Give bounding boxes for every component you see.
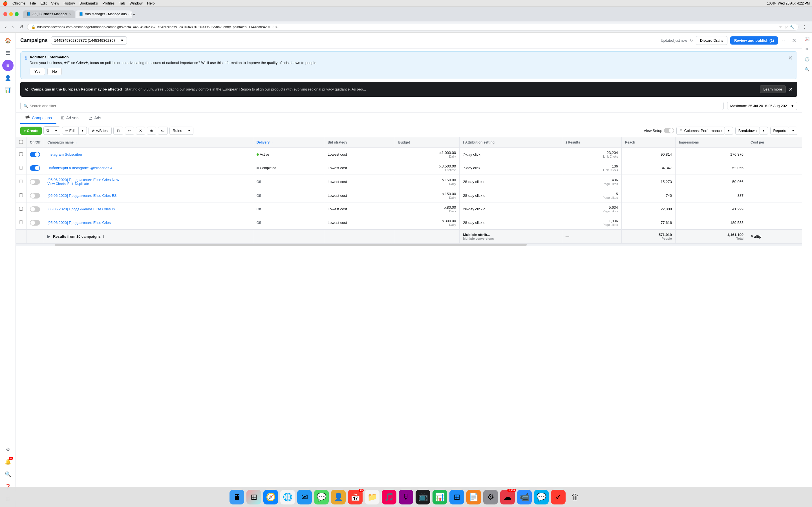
columns-button[interactable]: ⊞ Columns: Performance — [676, 127, 725, 135]
row-checkbox[interactable] — [19, 152, 23, 156]
duplicate-button[interactable]: ⊕ — [147, 127, 156, 135]
row-toggle[interactable] — [30, 152, 40, 157]
info-no-button[interactable]: No — [47, 68, 62, 75]
horizontal-scrollbar[interactable] — [16, 243, 802, 245]
menubar-view[interactable]: View — [51, 1, 59, 5]
search-input[interactable] — [30, 104, 721, 108]
inline-action[interactable]: Duplicate — [75, 182, 89, 186]
tab-campaigns[interactable]: 🏴 Campaigns — [20, 113, 56, 124]
reports-button[interactable]: Reports — [770, 127, 790, 135]
expand-icon[interactable]: ▶ — [47, 234, 50, 238]
sidebar-icon-avatar[interactable]: E — [2, 60, 13, 71]
row-toggle[interactable] — [30, 179, 40, 185]
row-toggle[interactable] — [30, 220, 40, 226]
close-window-button[interactable] — [3, 12, 7, 16]
row-toggle[interactable] — [30, 193, 40, 199]
address-bar[interactable]: 🔒 business.facebook.com/adsmanager/manag… — [27, 24, 799, 31]
dock-backblaze[interactable]: ☁ 2,474 — [500, 490, 515, 504]
sidebar-icon-search[interactable]: 🔍 — [2, 469, 13, 480]
browser-tab-1[interactable]: 📘 (99) Business Manager ✕ — [23, 10, 75, 18]
campaign-link[interactable]: Instagram Subscriber — [47, 152, 82, 157]
dock-syspreferences[interactable]: ⚙ — [483, 490, 498, 504]
right-sidebar-clock-icon[interactable]: 🕐 — [803, 55, 811, 63]
minimize-window-button[interactable] — [9, 12, 13, 16]
tab-adsets[interactable]: ⊞ Ad sets — [56, 113, 84, 124]
dock-launchpad[interactable]: ⊞ — [246, 490, 261, 504]
browser-tab-2[interactable]: 📘 Ads Manager - Manage ads - C ✕ — [75, 10, 132, 18]
menubar-edit[interactable]: Edit — [40, 1, 47, 5]
tag-button[interactable]: 🏷 — [158, 127, 168, 135]
row-toggle[interactable] — [30, 165, 40, 171]
sidebar-icon-bell[interactable]: 🔔 99 — [2, 456, 13, 467]
edit-dropdown-button[interactable]: ▼ — [79, 127, 87, 135]
sidebar-icon-people[interactable]: 👤 — [2, 72, 13, 83]
dock-zoom[interactable]: 📹 — [517, 490, 532, 504]
search-input-wrap[interactable]: 🔍 — [20, 102, 724, 110]
dock-finder[interactable]: 🖥 — [230, 490, 244, 504]
maximize-window-button[interactable] — [15, 12, 19, 16]
info-yes-button[interactable]: Yes — [30, 68, 45, 75]
scrollbar-thumb[interactable] — [55, 244, 527, 246]
reload-button[interactable]: ↺ — [18, 23, 25, 31]
columns-dropdown-button[interactable]: ▼ — [725, 127, 733, 135]
right-sidebar-search-icon[interactable]: 🔍 — [803, 65, 811, 73]
campaign-link[interactable]: [05.06.2020] Продвижение Elise Cries In — [47, 207, 115, 211]
menubar-file[interactable]: File — [30, 1, 36, 5]
select-all-header[interactable] — [16, 137, 26, 148]
menubar-window[interactable]: Window — [129, 1, 142, 5]
dock-safari[interactable]: 🧭 — [263, 490, 278, 504]
forward-button[interactable]: › — [10, 23, 15, 31]
extension-icon[interactable]: 🖊 — [785, 25, 788, 29]
dock-files[interactable]: 📁 — [365, 490, 380, 504]
rules-button[interactable]: Rules — [169, 127, 185, 135]
dock-messages[interactable]: 💬 — [314, 490, 329, 504]
dock-skype[interactable]: 💬 — [534, 490, 549, 504]
reports-dropdown-button[interactable]: ▼ — [789, 127, 797, 135]
row-checkbox[interactable] — [19, 166, 23, 169]
view-setup-toggle[interactable] — [664, 128, 674, 133]
dock-chrome[interactable]: 🌐 — [280, 490, 295, 504]
more-options-button[interactable]: ⋯ — [781, 36, 788, 45]
refresh-button[interactable]: ↻ — [690, 38, 693, 43]
inline-action[interactable]: View Charts — [47, 182, 65, 186]
browser-menu-button[interactable]: ⋮ — [801, 23, 809, 31]
menubar-chrome[interactable]: Chrome — [12, 1, 25, 5]
dock-mail[interactable]: ✉ — [297, 490, 312, 504]
info-banner-close[interactable]: ✕ — [788, 55, 793, 61]
dock-music[interactable]: 🎵 — [382, 490, 396, 504]
right-sidebar-pen-icon[interactable]: ✏ — [803, 45, 811, 53]
right-sidebar-chart-icon[interactable]: 📈 — [803, 35, 811, 43]
menubar-history[interactable]: History — [64, 1, 75, 5]
menubar-help[interactable]: Help — [147, 1, 155, 5]
inline-action[interactable]: Edit — [67, 182, 73, 186]
campaign-link[interactable]: [05.06.2020] Продвижение Elise Cries ES — [47, 193, 116, 198]
apple-menu[interactable]: 🍎 — [2, 1, 8, 6]
select-all-checkbox[interactable] — [19, 140, 23, 144]
date-filter[interactable]: Maximum: 25 Jul 2018-25 Aug 2021 ▼ — [727, 102, 797, 110]
new-tab-button[interactable]: + — [132, 12, 136, 18]
dock-calendar[interactable]: 📅 25 — [348, 490, 362, 504]
dock-appletv[interactable]: 📺 — [416, 490, 430, 504]
copy-button[interactable]: ⧉ — [44, 126, 52, 135]
row-toggle[interactable] — [30, 207, 40, 212]
dock-pages[interactable]: 📄 — [466, 490, 481, 504]
breakdown-dropdown-button[interactable]: ▼ — [760, 127, 768, 135]
dock-appstore[interactable]: ⊞ — [450, 490, 464, 504]
menubar-tab[interactable]: Tab — [119, 1, 125, 5]
tab1-close[interactable]: ✕ — [69, 12, 72, 16]
dock-todo[interactable]: ✓ — [551, 490, 566, 504]
learn-more-button[interactable]: Learn more — [760, 85, 786, 93]
dock-trash[interactable]: 🗑 — [568, 490, 582, 504]
campaign-link[interactable]: [05.06.2020] Продвижение Elise Cries — [47, 221, 111, 225]
row-checkbox[interactable] — [19, 221, 23, 224]
breakdown-button[interactable]: Breakdown — [735, 127, 760, 135]
menubar-profiles[interactable]: Profiles — [102, 1, 114, 5]
dock-numbers[interactable]: 📊 — [432, 490, 447, 504]
row-checkbox[interactable] — [19, 207, 23, 211]
back-button[interactable]: ‹ — [3, 23, 8, 31]
sidebar-icon-menu[interactable]: ☰ — [2, 47, 13, 59]
discard-drafts-button[interactable]: Discard Drafts — [696, 36, 728, 45]
row-checkbox[interactable] — [19, 180, 23, 183]
delete-button[interactable]: 🗑 — [113, 127, 123, 135]
dock-contacts[interactable]: 👤 — [331, 490, 346, 504]
